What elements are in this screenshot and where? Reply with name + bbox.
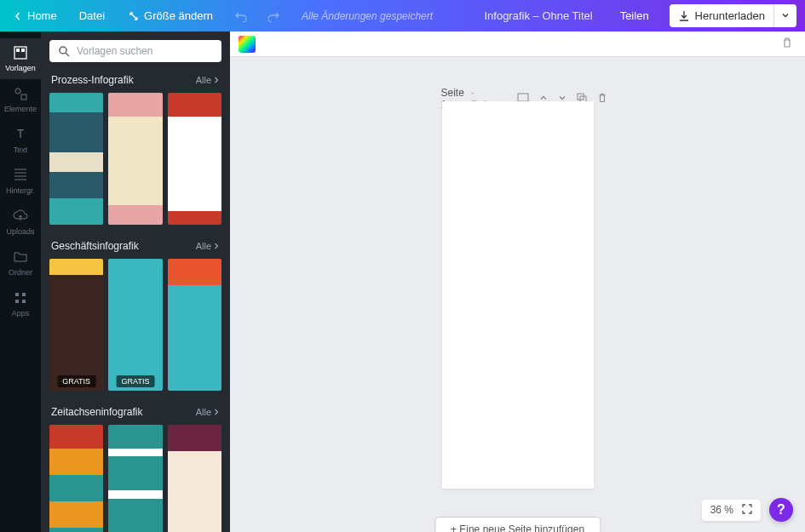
svg-rect-11 xyxy=(518,94,528,101)
header-left: Home Datei Größe ändern Alle Änderungen … xyxy=(9,6,433,26)
chevron-right-icon xyxy=(213,77,220,83)
chevron-right-icon xyxy=(213,409,220,415)
main-area: Vorlagen Elemente T Text Hintergr. Uploa… xyxy=(0,31,805,532)
svg-rect-8 xyxy=(15,300,19,303)
templates-icon xyxy=(13,45,28,60)
template-thumbnail[interactable]: GRATIS xyxy=(49,259,103,391)
background-icon xyxy=(13,168,28,183)
category-title: Zeitachseninfografik xyxy=(51,406,142,418)
elements-icon xyxy=(13,86,28,101)
rail-text-label: Text xyxy=(14,146,28,154)
chevron-right-icon xyxy=(213,243,220,249)
download-dropdown[interactable] xyxy=(774,4,796,27)
svg-point-3 xyxy=(15,89,20,94)
free-badge: GRATIS xyxy=(57,375,95,387)
download-button-group: Herunterladen xyxy=(670,4,796,27)
rail-text[interactable]: T Text xyxy=(0,120,41,161)
search-icon xyxy=(58,45,70,57)
chevron-down-icon xyxy=(781,11,790,20)
category-header-timeline: Zeitachseninfografik Alle xyxy=(49,406,221,418)
rail-templates-label: Vorlagen xyxy=(5,64,36,72)
svg-rect-4 xyxy=(21,94,26,100)
delete-page-button[interactable] xyxy=(595,91,609,107)
chevron-left-icon xyxy=(14,12,22,20)
resize-label: Größe ändern xyxy=(144,9,213,22)
category-all-link[interactable]: Alle xyxy=(196,241,220,251)
undo-button[interactable] xyxy=(230,7,252,26)
category-all-link[interactable]: Alle xyxy=(196,75,220,85)
template-row xyxy=(49,93,221,225)
canvas-area: Seite 1 - Seiten... + Eine neue Seite hi… xyxy=(230,31,805,532)
templates-panel: Prozess-Infografik Alle Geschäftsinfogra… xyxy=(41,31,230,532)
left-rail: Vorlagen Elemente T Text Hintergr. Uploa… xyxy=(0,31,41,532)
template-thumbnail[interactable] xyxy=(49,425,103,532)
canvas-viewport[interactable]: Seite 1 - Seiten... + Eine neue Seite hi… xyxy=(230,57,805,532)
rail-elements[interactable]: Elemente xyxy=(0,79,41,120)
rail-uploads-label: Uploads xyxy=(6,227,34,236)
fullscreen-button[interactable] xyxy=(742,504,752,517)
trash-icon xyxy=(597,93,607,103)
folder-icon xyxy=(13,249,28,265)
canvas-page[interactable] xyxy=(442,101,594,489)
help-button[interactable]: ? xyxy=(769,498,793,522)
header-right: Infografik – Ohne Titel Teilen Herunterl… xyxy=(484,4,796,27)
free-badge: GRATIS xyxy=(117,375,155,387)
app-header: Home Datei Größe ändern Alle Änderungen … xyxy=(0,0,805,31)
template-thumbnail[interactable] xyxy=(108,425,162,532)
template-thumbnail[interactable]: GRATIS xyxy=(108,259,162,391)
fullscreen-icon xyxy=(742,504,752,514)
canvas-toolbar xyxy=(230,31,805,57)
share-button[interactable]: Teilen xyxy=(610,4,659,27)
text-icon: T xyxy=(13,127,28,142)
template-thumbnail[interactable] xyxy=(168,259,221,391)
uploads-icon xyxy=(13,209,28,224)
rail-templates[interactable]: Vorlagen xyxy=(0,38,41,79)
svg-text:T: T xyxy=(17,127,25,140)
rail-background[interactable]: Hintergr. xyxy=(0,161,41,202)
rail-folder-label: Ordner xyxy=(9,268,32,277)
redo-icon xyxy=(267,10,279,22)
svg-rect-1 xyxy=(16,49,20,52)
svg-rect-6 xyxy=(15,293,19,296)
template-thumbnail[interactable] xyxy=(168,425,221,532)
svg-point-10 xyxy=(60,47,66,54)
download-label: Herunterladen xyxy=(695,9,765,22)
rail-elements-label: Elemente xyxy=(4,105,37,113)
search-input[interactable] xyxy=(77,45,213,57)
svg-rect-2 xyxy=(21,49,25,52)
download-button[interactable]: Herunterladen xyxy=(670,4,774,27)
resize-button[interactable]: Größe ändern xyxy=(122,6,220,26)
svg-rect-9 xyxy=(22,300,26,303)
file-menu[interactable]: Datei xyxy=(72,6,112,26)
rail-uploads[interactable]: Uploads xyxy=(0,202,41,243)
redo-button[interactable] xyxy=(262,7,285,26)
zoom-value[interactable]: 36 % xyxy=(710,504,733,516)
category-all-link[interactable]: Alle xyxy=(196,407,220,417)
category-title: Prozess-Infografik xyxy=(51,74,134,86)
template-thumbnail[interactable] xyxy=(168,93,221,225)
trash-icon xyxy=(781,37,793,49)
document-title[interactable]: Infografik – Ohne Titel xyxy=(484,9,592,22)
category-title: Geschäftsinfografik xyxy=(51,240,139,252)
delete-button[interactable] xyxy=(778,33,796,54)
rail-folder[interactable]: Ordner xyxy=(0,243,41,283)
save-status: Alle Änderungen gespeichert xyxy=(302,10,433,22)
template-thumbnail[interactable] xyxy=(108,93,162,225)
bottom-controls: 36 % ? xyxy=(702,498,793,522)
rail-apps-label: Apps xyxy=(12,309,30,317)
undo-icon xyxy=(235,10,247,22)
rail-background-label: Hintergr. xyxy=(6,186,35,195)
template-thumbnail[interactable] xyxy=(49,93,103,225)
category-header-business: Geschäftsinfografik Alle xyxy=(49,240,221,252)
add-page-button[interactable]: + Eine neue Seite hinzufügen xyxy=(434,517,601,532)
download-icon xyxy=(678,10,690,22)
home-button[interactable]: Home xyxy=(9,6,62,26)
apps-icon xyxy=(13,290,28,306)
home-label: Home xyxy=(27,9,57,22)
color-picker-button[interactable] xyxy=(239,36,256,53)
svg-rect-7 xyxy=(22,293,26,296)
rail-apps[interactable]: Apps xyxy=(0,283,41,324)
toolbar-right xyxy=(778,37,796,52)
search-box xyxy=(49,40,221,62)
template-row: GRATIS GRATIS xyxy=(49,259,221,391)
